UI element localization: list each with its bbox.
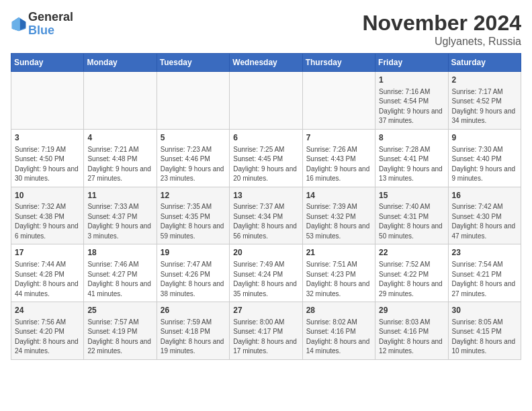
calendar-week-2: 3Sunrise: 7:19 AMSunset: 4:50 PMDaylight… [11,129,521,187]
calendar-cell: 23Sunrise: 7:54 AMSunset: 4:21 PMDayligh… [448,244,521,302]
daylight-info: Daylight: 8 hours and 32 minutes. [306,279,371,299]
day-number: 8 [379,132,444,144]
calendar-cell: 21Sunrise: 7:51 AMSunset: 4:23 PMDayligh… [302,244,375,302]
sunrise-info: Sunrise: 8:02 AM [306,318,371,328]
sunset-info: Sunset: 4:43 PM [306,154,371,165]
header-friday: Friday [375,54,448,72]
day-info: Sunrise: 7:42 AMSunset: 4:30 PMDaylight:… [452,202,517,241]
sunrise-info: Sunrise: 7:26 AM [306,145,371,155]
day-number: 21 [306,247,371,259]
sunrise-info: Sunrise: 7:23 AM [161,145,226,155]
day-info: Sunrise: 7:26 AMSunset: 4:43 PMDaylight:… [306,145,371,184]
location-title: Uglyanets, Russia [362,36,521,48]
day-info: Sunrise: 8:00 AMSunset: 4:17 PMDaylight:… [233,318,298,357]
calendar-week-3: 10Sunrise: 7:32 AMSunset: 4:38 PMDayligh… [11,187,521,244]
daylight-info: Daylight: 9 hours and 20 minutes. [233,165,298,184]
day-number: 6 [233,132,298,144]
header-sunday: Sunday [11,54,84,72]
day-info: Sunrise: 7:17 AMSunset: 4:52 PMDaylight:… [452,87,517,126]
daylight-info: Daylight: 8 hours and 27 minutes. [452,279,517,299]
sunset-info: Sunset: 4:16 PM [379,327,444,337]
day-info: Sunrise: 7:49 AMSunset: 4:24 PMDaylight:… [233,260,298,299]
sunrise-info: Sunrise: 7:46 AM [87,260,152,270]
daylight-info: Daylight: 8 hours and 38 minutes. [161,279,226,299]
day-info: Sunrise: 7:39 AMSunset: 4:32 PMDaylight:… [306,202,371,241]
calendar-week-5: 24Sunrise: 7:56 AMSunset: 4:20 PMDayligh… [11,302,521,360]
sunrise-info: Sunrise: 7:30 AM [452,145,517,155]
day-number: 11 [87,190,152,201]
daylight-info: Daylight: 9 hours and 16 minutes. [306,165,371,184]
sunrise-info: Sunrise: 7:39 AM [306,202,371,212]
day-number: 1 [379,75,444,86]
calendar-cell: 3Sunrise: 7:19 AMSunset: 4:50 PMDaylight… [11,129,84,187]
sunset-info: Sunset: 4:40 PM [452,154,517,165]
daylight-info: Daylight: 9 hours and 23 minutes. [161,165,226,184]
daylight-info: Daylight: 8 hours and 29 minutes. [379,279,444,299]
header-monday: Monday [84,54,157,72]
day-info: Sunrise: 7:30 AMSunset: 4:40 PMDaylight:… [452,145,517,184]
day-number: 2 [452,75,517,86]
sunrise-info: Sunrise: 7:16 AM [379,87,444,97]
header-saturday: Saturday [448,54,521,72]
day-number: 17 [15,247,80,259]
day-info: Sunrise: 7:40 AMSunset: 4:31 PMDaylight:… [379,202,444,241]
sunset-info: Sunset: 4:20 PM [15,327,80,337]
sunrise-info: Sunrise: 7:19 AM [15,145,80,155]
sunset-info: Sunset: 4:24 PM [233,270,298,280]
sunset-info: Sunset: 4:15 PM [452,327,517,337]
day-info: Sunrise: 8:02 AMSunset: 4:16 PMDaylight:… [306,318,371,357]
calendar-cell [157,72,229,130]
sunrise-info: Sunrise: 7:28 AM [379,145,444,155]
calendar-header-row: SundayMondayTuesdayWednesdayThursdayFrid… [11,54,521,72]
daylight-info: Daylight: 8 hours and 19 minutes. [161,337,226,357]
calendar-cell: 30Sunrise: 8:05 AMSunset: 4:15 PMDayligh… [448,302,521,360]
header-tuesday: Tuesday [157,54,229,72]
sunrise-info: Sunrise: 7:54 AM [452,260,517,270]
calendar-cell: 1Sunrise: 7:16 AMSunset: 4:54 PMDaylight… [375,72,448,130]
sunset-info: Sunset: 4:26 PM [161,270,226,280]
sunrise-info: Sunrise: 7:21 AM [87,145,152,155]
day-number: 12 [161,190,226,201]
day-number: 16 [452,190,517,201]
daylight-info: Daylight: 8 hours and 47 minutes. [452,222,517,241]
sunrise-info: Sunrise: 7:35 AM [161,202,226,212]
logo-icon [11,16,27,32]
day-number: 9 [452,132,517,144]
calendar-cell: 13Sunrise: 7:37 AMSunset: 4:34 PMDayligh… [230,187,302,244]
calendar-table: SundayMondayTuesdayWednesdayThursdayFrid… [11,53,521,360]
daylight-info: Daylight: 8 hours and 53 minutes. [306,222,371,241]
calendar-cell: 2Sunrise: 7:17 AMSunset: 4:52 PMDaylight… [448,72,521,130]
day-info: Sunrise: 7:25 AMSunset: 4:45 PMDaylight:… [233,145,298,184]
day-number: 29 [379,305,444,316]
calendar-cell: 15Sunrise: 7:40 AMSunset: 4:31 PMDayligh… [375,187,448,244]
sunrise-info: Sunrise: 7:40 AM [379,202,444,212]
day-info: Sunrise: 7:21 AMSunset: 4:48 PMDaylight:… [87,145,152,184]
calendar-cell: 12Sunrise: 7:35 AMSunset: 4:35 PMDayligh… [157,187,229,244]
sunrise-info: Sunrise: 7:59 AM [161,318,226,328]
sunrise-info: Sunrise: 7:33 AM [87,202,152,212]
sunrise-info: Sunrise: 7:25 AM [233,145,298,155]
daylight-info: Daylight: 9 hours and 3 minutes. [87,222,152,241]
day-info: Sunrise: 7:44 AMSunset: 4:28 PMDaylight:… [15,260,80,299]
sunset-info: Sunset: 4:41 PM [379,154,444,165]
calendar-cell: 4Sunrise: 7:21 AMSunset: 4:48 PMDaylight… [84,129,157,187]
page-header: General Blue November 2024 Uglyanets, Ru… [11,11,521,48]
day-info: Sunrise: 7:57 AMSunset: 4:19 PMDaylight:… [87,318,152,357]
sunset-info: Sunset: 4:17 PM [233,327,298,337]
day-info: Sunrise: 7:35 AMSunset: 4:35 PMDaylight:… [161,202,226,241]
sunset-info: Sunset: 4:34 PM [233,212,298,222]
sunrise-info: Sunrise: 7:32 AM [15,202,80,212]
calendar-cell: 20Sunrise: 7:49 AMSunset: 4:24 PMDayligh… [230,244,302,302]
month-title: November 2024 [362,11,521,36]
sunset-info: Sunset: 4:31 PM [379,212,444,222]
day-info: Sunrise: 7:46 AMSunset: 4:27 PMDaylight:… [87,260,152,299]
day-info: Sunrise: 7:23 AMSunset: 4:46 PMDaylight:… [161,145,226,184]
calendar-cell: 8Sunrise: 7:28 AMSunset: 4:41 PMDaylight… [375,129,448,187]
calendar-cell: 25Sunrise: 7:57 AMSunset: 4:19 PMDayligh… [84,302,157,360]
day-info: Sunrise: 7:28 AMSunset: 4:41 PMDaylight:… [379,145,444,184]
day-number: 26 [161,305,226,316]
sunset-info: Sunset: 4:32 PM [306,212,371,222]
calendar-cell: 29Sunrise: 8:03 AMSunset: 4:16 PMDayligh… [375,302,448,360]
daylight-info: Daylight: 8 hours and 56 minutes. [233,222,298,241]
calendar-cell: 18Sunrise: 7:46 AMSunset: 4:27 PMDayligh… [84,244,157,302]
